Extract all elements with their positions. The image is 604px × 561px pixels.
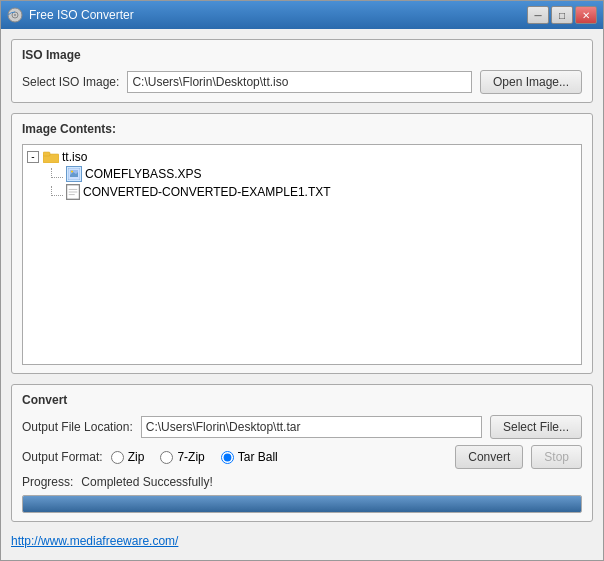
tree-line <box>51 168 63 178</box>
progress-bar-fill <box>23 496 581 512</box>
close-button[interactable]: ✕ <box>575 6 597 24</box>
text-file-icon <box>66 184 80 200</box>
format-radio-group: Zip 7-Zip Tar Ball <box>111 450 278 464</box>
title-bar: Free ISO Converter ─ □ ✕ <box>1 1 603 29</box>
tree-item-label: COMEFLYBASS.XPS <box>85 167 201 181</box>
svg-point-8 <box>71 171 73 173</box>
select-iso-label: Select ISO Image: <box>22 75 119 89</box>
image-file-icon <box>66 166 82 182</box>
folder-icon <box>43 151 59 163</box>
stop-button[interactable]: Stop <box>531 445 582 469</box>
svg-point-2 <box>14 14 16 16</box>
format-tarball-radio[interactable] <box>221 451 234 464</box>
convert-label: Convert <box>22 393 582 407</box>
image-contents-group: Image Contents: - tt.iso <box>11 113 593 374</box>
expand-icon[interactable]: - <box>27 151 39 163</box>
main-window: Free ISO Converter ─ □ ✕ ISO Image Selec… <box>0 0 604 561</box>
iso-image-label: ISO Image <box>22 48 582 62</box>
progress-row: Progress: Completed Successfully! <box>22 475 582 489</box>
iso-image-group: ISO Image Select ISO Image: Open Image..… <box>11 39 593 103</box>
output-format-row: Output Format: Zip 7-Zip Tar Ball <box>22 445 582 469</box>
window-controls: ─ □ ✕ <box>527 6 597 24</box>
format-7zip[interactable]: 7-Zip <box>160 450 204 464</box>
format-zip-label: Zip <box>128 450 145 464</box>
maximize-button[interactable]: □ <box>551 6 573 24</box>
format-tarball-label: Tar Ball <box>238 450 278 464</box>
output-format-label: Output Format: <box>22 450 103 464</box>
progress-label: Progress: <box>22 475 73 489</box>
output-location-label: Output File Location: <box>22 420 133 434</box>
iso-image-input[interactable] <box>127 71 472 93</box>
svg-rect-4 <box>43 152 50 156</box>
image-contents-label: Image Contents: <box>22 122 582 136</box>
tree-root-label: tt.iso <box>62 150 87 164</box>
app-icon <box>7 7 23 23</box>
minimize-button[interactable]: ─ <box>527 6 549 24</box>
output-location-row: Output File Location: Select File... <box>22 415 582 439</box>
format-7zip-radio[interactable] <box>160 451 173 464</box>
tree-item: CONVERTED-CONVERTED-EXAMPLE1.TXT <box>27 183 577 201</box>
select-file-button[interactable]: Select File... <box>490 415 582 439</box>
file-tree: - tt.iso <box>22 144 582 365</box>
tree-root: - tt.iso <box>27 149 577 165</box>
window-title: Free ISO Converter <box>29 8 521 22</box>
tree-item-label: CONVERTED-CONVERTED-EXAMPLE1.TXT <box>83 185 331 199</box>
format-tarball[interactable]: Tar Ball <box>221 450 278 464</box>
footer: http://www.mediafreeware.com/ <box>11 532 593 550</box>
window-body: ISO Image Select ISO Image: Open Image..… <box>1 29 603 560</box>
format-7zip-label: 7-Zip <box>177 450 204 464</box>
tree-item: COMEFLYBASS.XPS <box>27 165 577 183</box>
format-zip[interactable]: Zip <box>111 450 145 464</box>
progress-bar-container <box>22 495 582 513</box>
convert-button[interactable]: Convert <box>455 445 523 469</box>
tree-line <box>51 186 63 196</box>
format-zip-radio[interactable] <box>111 451 124 464</box>
iso-image-row: Select ISO Image: Open Image... <box>22 70 582 94</box>
output-location-input[interactable] <box>141 416 482 438</box>
status-text: Completed Successfully! <box>81 475 212 489</box>
open-image-button[interactable]: Open Image... <box>480 70 582 94</box>
website-link[interactable]: http://www.mediafreeware.com/ <box>11 534 178 548</box>
convert-group: Convert Output File Location: Select Fil… <box>11 384 593 522</box>
